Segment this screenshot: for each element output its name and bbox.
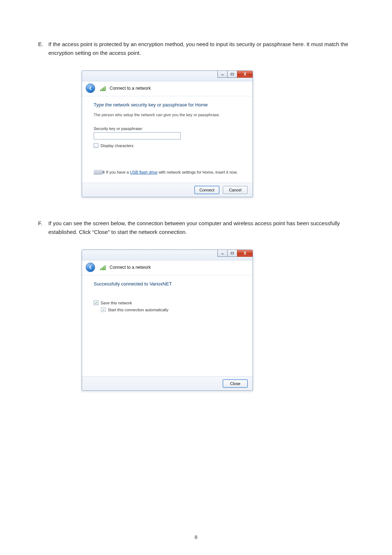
close-button[interactable]: X [237, 250, 253, 257]
network-icon [100, 85, 106, 91]
dialog-footer: Connect Cancel [82, 183, 253, 197]
dialog-subtext: The person who setup the network can giv… [94, 113, 241, 117]
step-f: F. If you can see the screen below, the … [38, 219, 363, 236]
dialog-passphrase: X Connect to a network Type the network … [82, 70, 253, 197]
dialog-header: Connect to a network [82, 81, 253, 96]
maximize-button[interactable] [227, 250, 237, 257]
svg-rect-3 [231, 252, 234, 254]
back-button[interactable] [86, 84, 95, 93]
close-dialog-button[interactable]: Close [223, 380, 248, 388]
network-icon [100, 264, 106, 270]
auto-start-checkbox[interactable] [101, 307, 106, 312]
step-f-letter: F. [38, 219, 47, 228]
window-controls: X [218, 70, 253, 77]
display-characters-label: Display characters [101, 143, 133, 148]
maximize-button[interactable] [227, 70, 237, 78]
display-characters-checkbox[interactable] [94, 143, 98, 148]
usb-text-pre: If you have a [106, 170, 130, 174]
input-label: Security key or passphrase: [94, 126, 241, 131]
step-f-text: If you can see the screen below, the con… [48, 219, 350, 236]
dialog-title: Connect to a network [110, 265, 151, 270]
connect-button[interactable]: Connect [195, 186, 219, 194]
step-e: E. If the access point is protected by a… [38, 40, 363, 57]
dialog-header: Connect to a network [82, 260, 253, 275]
save-network-label: Save this network [101, 301, 132, 305]
save-network-checkbox[interactable] [94, 300, 98, 305]
svg-rect-1 [231, 73, 234, 75]
close-button[interactable]: X [237, 70, 253, 78]
window-controls: X [218, 250, 253, 256]
dialog-content: Successfully connected to VarioxNET Save… [82, 275, 253, 376]
step-e-letter: E. [38, 40, 47, 49]
cancel-button[interactable]: Cancel [223, 186, 248, 194]
usb-text: If you have a USB flash drive with netwo… [106, 170, 238, 174]
usb-text-post: with network settings for Home, insert i… [158, 170, 238, 174]
dialog-heading: Successfully connected to VarioxNET [94, 281, 241, 287]
dialog-footer: Close [82, 376, 253, 390]
usb-flash-drive-link[interactable]: USB flash drive [130, 170, 158, 174]
dialog-title: Connect to a network [110, 86, 151, 91]
page-number: 8 [0, 534, 392, 540]
back-button[interactable] [86, 263, 95, 272]
dialog-heading: Type the network security key or passphr… [94, 102, 241, 108]
auto-start-label: Start this connection automatically [108, 308, 168, 312]
passphrase-input[interactable] [94, 132, 181, 139]
minimize-button[interactable] [217, 250, 228, 257]
minimize-button[interactable] [217, 70, 228, 78]
dialog-content: Type the network security key or passphr… [82, 96, 253, 183]
titlebar: X [82, 250, 253, 260]
titlebar: X [82, 71, 253, 81]
usb-hint: If you have a USB flash drive with netwo… [94, 170, 241, 175]
dialog-success: X Connect to a network Successfully conn… [82, 250, 253, 391]
step-e-text: If the access point is protected by an e… [48, 40, 350, 57]
usb-icon [94, 170, 102, 175]
